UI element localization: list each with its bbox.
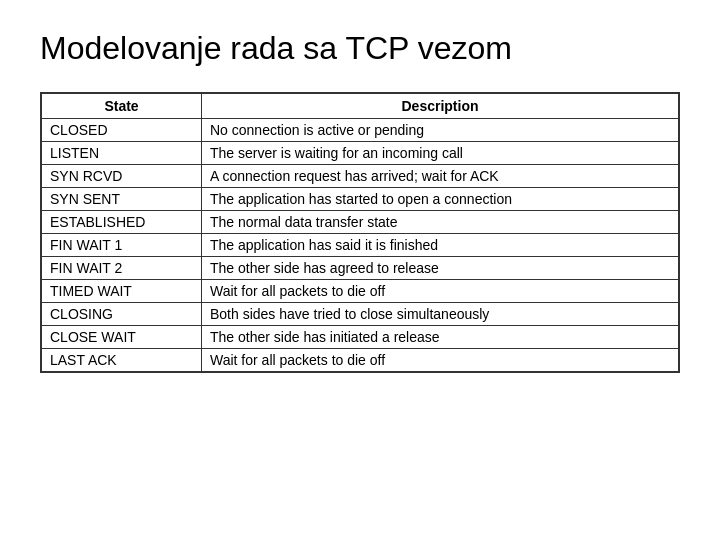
table-row: LISTENThe server is waiting for an incom… xyxy=(42,142,679,165)
state-cell: SYN RCVD xyxy=(42,165,202,188)
table-row: ESTABLISHEDThe normal data transfer stat… xyxy=(42,211,679,234)
state-cell: CLOSE WAIT xyxy=(42,326,202,349)
tcp-states-table: State Description CLOSEDNo connection is… xyxy=(41,93,679,372)
table-row: CLOSINGBoth sides have tried to close si… xyxy=(42,303,679,326)
table-row: SYN RCVDA connection request has arrived… xyxy=(42,165,679,188)
description-cell: Wait for all packets to die off xyxy=(202,349,679,372)
table-header-row: State Description xyxy=(42,94,679,119)
table-row: CLOSE WAITThe other side has initiated a… xyxy=(42,326,679,349)
description-cell: The application has said it is finished xyxy=(202,234,679,257)
description-cell: Both sides have tried to close simultane… xyxy=(202,303,679,326)
table-row: CLOSEDNo connection is active or pending xyxy=(42,119,679,142)
table-row: TIMED WAITWait for all packets to die of… xyxy=(42,280,679,303)
description-cell: The application has started to open a co… xyxy=(202,188,679,211)
state-cell: CLOSED xyxy=(42,119,202,142)
table-row: FIN WAIT 2The other side has agreed to r… xyxy=(42,257,679,280)
state-cell: SYN SENT xyxy=(42,188,202,211)
description-cell: Wait for all packets to die off xyxy=(202,280,679,303)
description-cell: The server is waiting for an incoming ca… xyxy=(202,142,679,165)
table-row: SYN SENTThe application has started to o… xyxy=(42,188,679,211)
state-cell: ESTABLISHED xyxy=(42,211,202,234)
description-cell: A connection request has arrived; wait f… xyxy=(202,165,679,188)
col-header-description: Description xyxy=(202,94,679,119)
state-cell: FIN WAIT 1 xyxy=(42,234,202,257)
description-cell: The normal data transfer state xyxy=(202,211,679,234)
col-header-state: State xyxy=(42,94,202,119)
state-cell: TIMED WAIT xyxy=(42,280,202,303)
state-cell: LAST ACK xyxy=(42,349,202,372)
page-title: Modelovanje rada sa TCP vezom xyxy=(40,30,680,67)
state-cell: CLOSING xyxy=(42,303,202,326)
state-cell: LISTEN xyxy=(42,142,202,165)
description-cell: The other side has initiated a release xyxy=(202,326,679,349)
description-cell: No connection is active or pending xyxy=(202,119,679,142)
description-cell: The other side has agreed to release xyxy=(202,257,679,280)
table-row: LAST ACKWait for all packets to die off xyxy=(42,349,679,372)
tcp-table-wrapper: State Description CLOSEDNo connection is… xyxy=(40,92,680,373)
table-row: FIN WAIT 1The application has said it is… xyxy=(42,234,679,257)
state-cell: FIN WAIT 2 xyxy=(42,257,202,280)
page: Modelovanje rada sa TCP vezom State Desc… xyxy=(0,0,720,540)
